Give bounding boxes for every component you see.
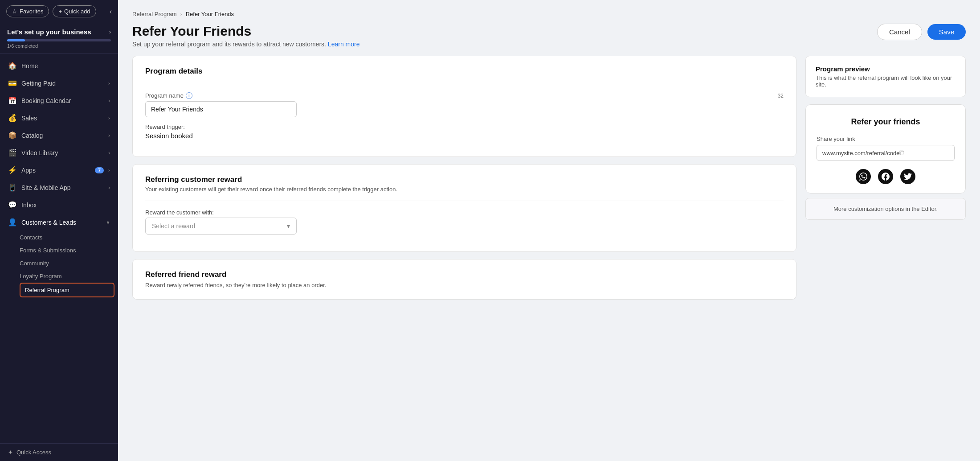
catalog-icon: 📦 (8, 131, 17, 140)
page-title: Refer Your Friends (132, 24, 359, 39)
sidebar-item-apps[interactable]: ⚡ Apps 7 › (0, 161, 118, 179)
sidebar-item-site[interactable]: 📱 Site & Mobile App › (0, 179, 118, 196)
chevron-right-icon: › (108, 132, 110, 139)
chevron-right-icon: › (108, 185, 110, 191)
sidebar-item-label: Sales (21, 115, 104, 122)
sidebar-item-label: Home (21, 62, 110, 70)
sidebar-item-label: Inbox (21, 202, 110, 209)
sidebar-item-label: Catalog (21, 132, 104, 139)
business-title[interactable]: Let's set up your business › (7, 28, 111, 36)
page-actions: Cancel Save (877, 24, 966, 40)
program-details-card: Program details Program name i 32 Reward… (132, 56, 796, 157)
breadcrumb-current: Refer Your Friends (186, 11, 234, 17)
select-reward-dropdown[interactable]: Select a reward ▾ (145, 218, 297, 235)
quick-access-label: Quick Access (16, 449, 51, 456)
trigger-value: Session booked (145, 132, 784, 140)
preview-link-box: www.mysite.com/referral/code ⧉ (817, 145, 955, 161)
referred-reward-title: Referred friend reward (145, 270, 784, 279)
sidebar-item-sales[interactable]: 💰 Sales › (0, 109, 118, 127)
star-icon: ☆ (12, 8, 17, 15)
chevron-down-icon: ▾ (287, 222, 290, 230)
business-section: Let's set up your business › 1/6 complet… (0, 22, 118, 54)
twitter-icon[interactable] (900, 169, 915, 184)
editor-note: More customization options in the Editor… (833, 206, 938, 212)
sidebar: ☆ Favorites + Quick add ‹ Let's set up y… (0, 0, 118, 461)
sidebar-nav: 🏠 Home 💳 Getting Paid › 📅 Booking Calend… (0, 54, 118, 443)
reward-label: Reward the customer with: (145, 209, 784, 216)
chevron-right-icon: › (108, 150, 110, 156)
program-name-group: Program name i 32 (145, 92, 784, 117)
program-name-label-row: Program name i 32 (145, 92, 784, 99)
calendar-icon: 📅 (8, 96, 17, 105)
sidebar-top: ☆ Favorites + Quick add ‹ (0, 0, 118, 22)
sidebar-item-inbox[interactable]: 💬 Inbox (0, 196, 118, 214)
sidebar-item-customers[interactable]: 👤 Customers & Leads ∧ (0, 214, 118, 231)
sidebar-item-loyalty[interactable]: Loyalty Program (20, 270, 118, 283)
referring-reward-card: Referring customer reward Your existing … (132, 164, 796, 252)
referring-reward-title: Referring customer reward (145, 175, 784, 184)
facebook-icon[interactable] (878, 169, 893, 184)
reward-placeholder: Select a reward (152, 222, 195, 230)
sidebar-item-video[interactable]: 🎬 Video Library › (0, 144, 118, 161)
chevron-down-icon: ∧ (106, 219, 110, 226)
sidebar-item-booking[interactable]: 📅 Booking Calendar › (0, 92, 118, 109)
referring-reward-desc: Your existing customers will get their r… (145, 186, 784, 193)
preview-link-label: Share your link (817, 136, 955, 142)
save-button[interactable]: Save (927, 24, 966, 40)
chevron-right-icon: › (108, 98, 110, 104)
breadcrumb-chevron: › (180, 11, 182, 17)
content-right: Program preview This is what the referra… (805, 56, 966, 450)
chevron-right-icon: › (108, 167, 110, 173)
sidebar-collapse-button[interactable]: ‹ (110, 8, 112, 16)
program-name-input[interactable] (145, 101, 297, 117)
favorites-label: Favorites (20, 8, 43, 15)
learn-more-link[interactable]: Learn more (328, 41, 360, 48)
quick-add-label: Quick add (64, 8, 90, 15)
home-icon: 🏠 (8, 62, 17, 70)
sidebar-item-community[interactable]: Community (20, 257, 118, 270)
inbox-icon: 💬 (8, 201, 17, 209)
preview-info-card: Program preview This is what the referra… (805, 56, 966, 97)
social-icons-row (817, 169, 955, 184)
preview-widget: Refer your friends Share your link www.m… (805, 104, 966, 193)
sidebar-item-contacts[interactable]: Contacts (20, 231, 118, 244)
sidebar-item-catalog[interactable]: 📦 Catalog › (0, 127, 118, 144)
cancel-button[interactable]: Cancel (877, 24, 922, 40)
sidebar-item-getting-paid[interactable]: 💳 Getting Paid › (0, 74, 118, 92)
editor-banner: More customization options in the Editor… (805, 198, 966, 220)
quick-add-button[interactable]: + Quick add (53, 5, 96, 17)
content-layout: Program details Program name i 32 Reward… (132, 56, 966, 450)
breadcrumb-parent[interactable]: Referral Program (132, 11, 177, 17)
chevron-right-icon: › (108, 80, 110, 86)
apps-badge: 7 (95, 167, 104, 173)
sidebar-item-label: Video Library (21, 149, 104, 156)
quick-access-section[interactable]: ✦ Quick Access (0, 443, 118, 461)
page-header: Refer Your Friends Set up your referral … (132, 24, 966, 48)
quick-access-icon: ✦ (8, 449, 13, 456)
progress-label: 1/6 completed (7, 43, 111, 49)
sidebar-item-label: Booking Calendar (21, 97, 104, 104)
copy-icon[interactable]: ⧉ (899, 149, 949, 157)
video-icon: 🎬 (8, 148, 17, 157)
sidebar-item-referral[interactable]: Referral Program (20, 283, 114, 297)
trigger-group: Reward trigger: Session booked (145, 123, 784, 140)
business-title-text: Let's set up your business (7, 28, 91, 36)
favorites-button[interactable]: ☆ Favorites (6, 5, 49, 17)
referred-reward-desc: Reward newly referred friends, so they'r… (145, 282, 784, 288)
preview-description: This is what the referral program will l… (816, 74, 956, 88)
sidebar-item-forms[interactable]: Forms & Submissions (20, 244, 118, 257)
preview-widget-title: Refer your friends (817, 117, 955, 127)
getting-paid-icon: 💳 (8, 79, 17, 87)
whatsapp-icon[interactable] (856, 169, 871, 184)
sidebar-item-label: Apps (21, 167, 90, 174)
preview-title: Program preview (816, 65, 956, 73)
reward-select-group: Reward the customer with: Select a rewar… (145, 209, 784, 235)
sidebar-item-home[interactable]: 🏠 Home (0, 57, 118, 74)
page-subtitle: Set up your referral program and its rew… (132, 41, 359, 48)
content-left: Program details Program name i 32 Reward… (132, 56, 796, 450)
sales-icon: 💰 (8, 114, 17, 122)
customers-icon: 👤 (8, 218, 17, 226)
breadcrumb: Referral Program › Refer Your Friends (132, 11, 966, 17)
info-icon: i (186, 92, 192, 99)
chevron-right-icon: › (109, 29, 111, 35)
